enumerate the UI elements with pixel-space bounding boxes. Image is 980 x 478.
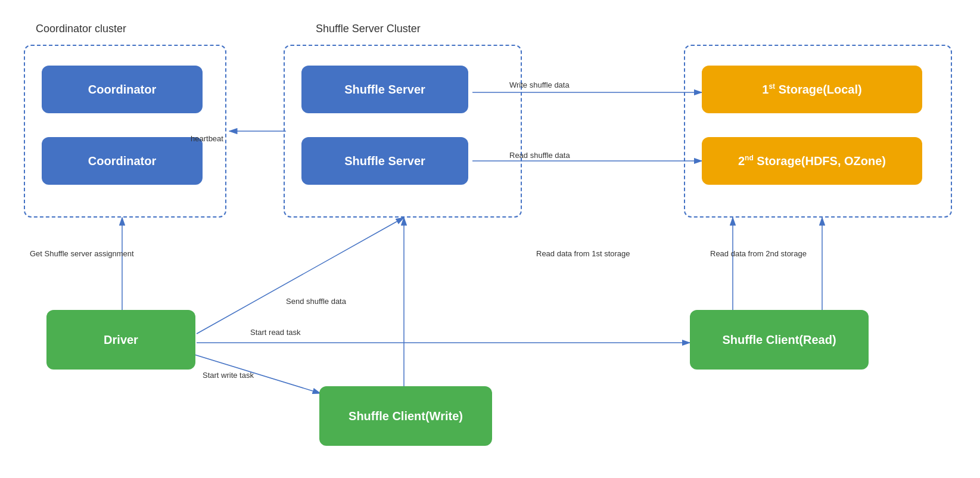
coordinator-cluster-label: Coordinator cluster	[36, 23, 126, 35]
read-data-2nd-text: Read data from 2nd storage	[710, 249, 807, 258]
shuffle-client-read-node: Shuffle Client(Read)	[690, 310, 869, 370]
driver-node: Driver	[46, 310, 195, 370]
shuffle-server2-label: Shuffle Server	[344, 154, 425, 168]
shuffle-server2-node: Shuffle Server	[301, 137, 468, 185]
get-shuffle-server-label: Get Shuffle server assignment	[30, 249, 134, 258]
coordinator1-label: Coordinator	[88, 83, 156, 97]
shuffle-server1-label: Shuffle Server	[344, 83, 425, 97]
coordinator2-node: Coordinator	[42, 137, 203, 185]
read-data-2nd-label: Read data from 2nd storage	[710, 249, 807, 258]
svg-line-5	[197, 218, 404, 334]
shuffle-client-write-node: Shuffle Client(Write)	[319, 386, 492, 446]
coordinator1-node: Coordinator	[42, 66, 203, 113]
storage1-label: 1st Storage(Local)	[762, 82, 861, 97]
read-data-1st-text: Read data from 1st storage	[536, 249, 630, 258]
read-data-1st-label: Read data from 1st storage	[536, 249, 630, 258]
architecture-diagram: Coordinator cluster Shuffle Server Clust…	[0, 0, 980, 478]
shuffle-server-cluster-label: Shuffle Server Cluster	[316, 23, 421, 35]
shuffle-client-read-label: Shuffle Client(Read)	[722, 333, 836, 347]
send-shuffle-data-label: Send shuffle data	[286, 297, 346, 306]
start-read-task-label: Start read task	[250, 328, 301, 337]
heartbeat-label: heartbeat	[191, 134, 223, 143]
coordinator2-label: Coordinator	[88, 154, 156, 168]
start-write-task-label: Start write task	[203, 371, 254, 380]
write-shuffle-data-label: Write shuffle data	[509, 80, 570, 89]
storage2-label: 2nd Storage(HDFS, OZone)	[738, 154, 886, 168]
shuffle-server1-node: Shuffle Server	[301, 66, 468, 113]
storage1-node: 1st Storage(Local)	[702, 66, 922, 113]
driver-label: Driver	[104, 333, 138, 347]
shuffle-client-write-label: Shuffle Client(Write)	[349, 409, 463, 423]
read-shuffle-data-label: Read shuffle data	[509, 151, 570, 160]
storage2-node: 2nd Storage(HDFS, OZone)	[702, 137, 922, 185]
